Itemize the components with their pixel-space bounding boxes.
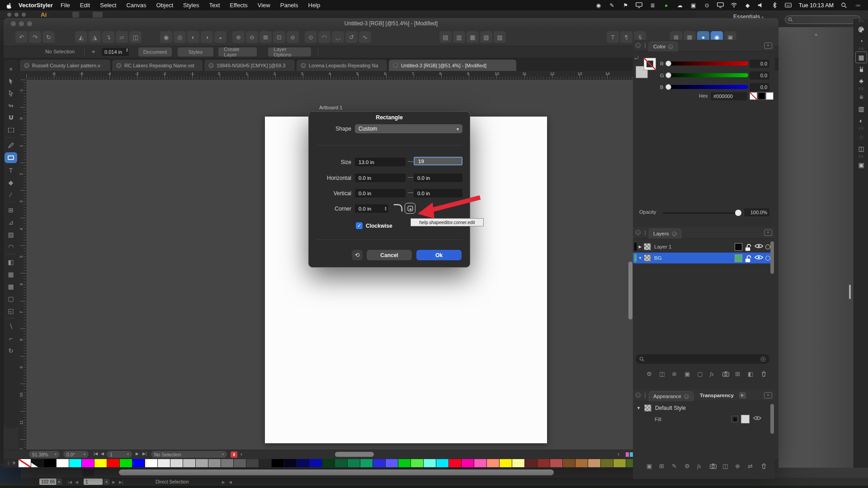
stroke-width-field[interactable]: 0.014 in — [102, 48, 129, 56]
layer-swatch[interactable] — [735, 254, 742, 262]
corner-stepper[interactable]: ▲▼ — [384, 206, 387, 211]
canvas-vscrollbar[interactable] — [628, 262, 632, 319]
volume-icon[interactable] — [758, 2, 765, 9]
select-tool[interactable] — [5, 75, 17, 87]
status-expand-chevron[interactable]: › — [618, 451, 619, 457]
channel-B-value[interactable]: 0.0 — [750, 83, 769, 91]
bg-zoom-button[interactable] — [22, 13, 26, 17]
color-swatch[interactable] — [57, 459, 69, 467]
text-style-button[interactable]: T — [607, 31, 619, 43]
color-swatch[interactable] — [272, 459, 284, 467]
channel-R-knob[interactable] — [665, 61, 671, 66]
menu-help[interactable]: Help — [308, 2, 321, 9]
collapse-icon[interactable]: ▼ — [637, 406, 641, 410]
prev-artboard-button[interactable]: ◀ — [101, 451, 104, 456]
strip-grip[interactable]: ⣿ — [7, 461, 10, 465]
menu-effects[interactable]: Effects — [230, 2, 248, 9]
color-swatch[interactable] — [322, 459, 335, 467]
swap-icon[interactable]: ⇄ — [748, 463, 755, 469]
layers-panel-tab[interactable]: Layers✕ — [649, 229, 681, 239]
fill-mini-swatch[interactable] — [731, 416, 738, 422]
menu-file[interactable]: File — [61, 2, 70, 9]
corner-edit-button[interactable] — [405, 203, 415, 214]
color-swatch[interactable] — [411, 459, 424, 467]
color-swatch[interactable] — [424, 459, 436, 467]
prev-page-button[interactable]: ◀ — [75, 480, 78, 484]
color-swatch[interactable] — [550, 459, 563, 467]
no-color-swatch[interactable] — [750, 92, 757, 100]
redo-button[interactable]: ↷ — [29, 31, 41, 43]
color-swatch[interactable] — [94, 459, 107, 467]
swatches-grid-panel-icon[interactable]: ▦ — [855, 52, 867, 63]
hex-field[interactable]: #000000 — [711, 92, 747, 100]
app-diamond-icon[interactable]: ◆ — [744, 2, 751, 9]
arrange-documents-icon[interactable] — [93, 12, 103, 18]
panel-close-icon[interactable]: ✕ — [635, 392, 641, 398]
vertical-field-1[interactable]: 0.0 in — [355, 189, 406, 197]
merge-button[interactable]: ⊖ — [246, 31, 258, 43]
edit-icon[interactable]: ✎ — [672, 463, 679, 469]
pencil-tool[interactable] — [5, 139, 17, 151]
layer-swatch[interactable] — [735, 243, 742, 251]
tab-close-icon[interactable]: ✕ — [208, 63, 214, 68]
color-swatch[interactable] — [284, 459, 297, 467]
layer-row-layer1[interactable]: ▶ Layer 1 — [633, 241, 773, 252]
rotation-control[interactable]: 0.0°▾ — [63, 451, 89, 458]
next-page-button[interactable]: ▶ — [112, 480, 115, 484]
panel-menu-icon[interactable]: ≡ — [764, 230, 772, 236]
vertical-field-2[interactable]: 0.0 in — [414, 189, 462, 197]
page-rotate-button[interactable]: ↴ — [102, 31, 114, 43]
color-swatch[interactable] — [487, 459, 500, 467]
fill-color-swatch[interactable] — [741, 415, 750, 423]
corner-field[interactable]: 0.0 in▲▼ — [355, 204, 388, 213]
lock-icon[interactable] — [744, 255, 753, 261]
target-circle[interactable] — [765, 256, 770, 261]
style-name[interactable]: Default Style — [655, 405, 686, 411]
channel-R-value[interactable]: 0.0 — [750, 60, 769, 68]
row-c-button[interactable]: ▦ — [467, 31, 479, 43]
arrange-panel-icon[interactable]: ◫ — [854, 143, 868, 155]
canvas-hscrollbar[interactable] — [335, 452, 374, 457]
wifi-icon[interactable] — [731, 2, 738, 9]
color-swatch[interactable] — [360, 459, 373, 467]
last-page-button[interactable]: ▶| — [119, 480, 123, 484]
status-collapse-chevron[interactable]: ‹ — [241, 451, 242, 457]
row-b-button[interactable]: ▥ — [453, 31, 465, 43]
channel-G-value[interactable]: 0.0 — [750, 71, 769, 80]
paragraph-button[interactable]: ¶ — [620, 31, 632, 43]
green-dot-icon[interactable]: ● — [663, 2, 670, 9]
default-style-row[interactable]: ▼ Default Style — [637, 404, 686, 412]
color-swatch[interactable] — [259, 459, 272, 467]
opacity-knob[interactable] — [735, 210, 741, 216]
selection-dropdown[interactable]: No Selection▾ — [151, 451, 227, 458]
color-swatch[interactable] — [588, 459, 601, 467]
panel-close-icon[interactable]: ✕ — [635, 42, 641, 48]
menu-edit[interactable]: Edit — [80, 2, 90, 9]
illustrator-zoom-caret[interactable]: ▾ — [56, 479, 62, 485]
trash-icon[interactable] — [760, 463, 767, 469]
color-swatch[interactable] — [221, 459, 234, 467]
display-icon[interactable] — [636, 2, 643, 9]
create-layer-button[interactable]: Create Layer — [218, 47, 257, 56]
tab-close-icon[interactable]: ✕ — [116, 63, 122, 68]
illustrator-page-caret[interactable]: ▾ — [104, 479, 109, 485]
trash-icon[interactable] — [760, 371, 767, 377]
panel-menu-icon[interactable]: ≡ — [764, 42, 772, 49]
channel-R-slider[interactable] — [666, 61, 748, 66]
menu-object[interactable]: Object — [156, 2, 173, 9]
cancel-button[interactable]: Cancel — [367, 250, 412, 260]
zoom-control[interactable]: 51.38%▾ — [29, 451, 60, 458]
bg-minimize-button[interactable] — [14, 13, 19, 17]
color-swatch[interactable] — [474, 459, 487, 467]
first-page-button[interactable]: |◀ — [68, 480, 72, 484]
crop-button[interactable]: ⊠ — [259, 31, 272, 43]
clear-search-icon[interactable] — [760, 357, 766, 362]
camera-icon[interactable] — [710, 463, 717, 469]
flip-v-button[interactable]: ◭ — [75, 31, 87, 43]
knife-tool[interactable]: ∕ — [5, 188, 17, 201]
panel-close-icon[interactable]: ✕ — [635, 230, 641, 235]
subtract-button[interactable]: ◎ — [174, 31, 186, 43]
pen-icon[interactable]: ✎ — [609, 2, 616, 9]
visibility-icon[interactable] — [755, 244, 763, 250]
simplify-button[interactable]: ∿ — [359, 31, 371, 43]
